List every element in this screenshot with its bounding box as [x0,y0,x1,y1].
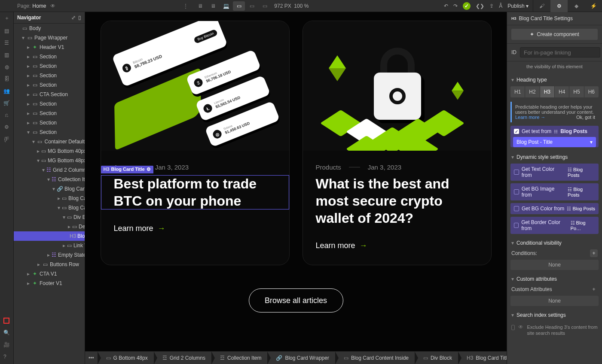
nav-item[interactable]: ▸▭CTA Section [14,90,85,99]
dynamic-style-section[interactable]: ▾Dynamic style settings [507,151,602,164]
create-component-button[interactable]: ✦Create component [511,29,598,40]
nav-item[interactable]: ▸▭Section [14,99,85,109]
variables-icon[interactable]: ◍ [5,64,9,70]
bp-tablet-landscape-icon[interactable]: ▭ [246,1,258,11]
preview-icon[interactable]: 👁 [50,3,55,9]
video-icon[interactable]: 🎥 [3,342,10,348]
blog-card[interactable]: ₿Bitcoin$8,798.23 USDBuy Bitcoin ΞEthere… [101,21,290,265]
nav-item[interactable]: H3Blog [14,231,85,241]
nav-item[interactable]: ▾▭Blog Card [14,203,85,212]
interactions-tab-icon[interactable]: ⚡ [585,0,602,12]
nav-item[interactable]: ▸▭Link Wr [14,241,85,250]
audit-icon[interactable]: Å [499,3,502,9]
breadcrumb-item[interactable]: ▭G Bottom 48px [98,352,154,364]
heading-type-h3[interactable]: H3 [540,86,555,97]
cms-icon[interactable]: 🗄 [4,76,9,82]
canvas-size[interactable]: 972 PX 100 % [274,3,309,9]
redo-icon[interactable]: ↷ [453,3,458,9]
heading-type-h4[interactable]: H4 [555,86,569,97]
ecommerce-icon[interactable]: 🛒 [3,100,10,106]
heading-type-section[interactable]: ▾Heading type [507,73,602,86]
bp-phone-landscape-icon[interactable]: ▭ [259,1,271,11]
dynamic-style-item[interactable]: Get Border Color from☷ Blog Po… [510,217,599,234]
add-condition-button[interactable]: + [590,249,598,257]
apps-icon[interactable]: ⚙ [4,124,9,130]
style-tab-icon[interactable]: 🖌 [533,0,550,12]
breadcrumb-more-icon[interactable]: ••• [85,355,98,361]
bp-desktop-xl-icon[interactable]: 🖥 [194,1,206,11]
users-icon[interactable]: 👥 [3,88,10,94]
add-attribute-button[interactable]: + [590,285,598,293]
dynamic-style-item[interactable]: Get BG Image from☷ Blog Posts [510,183,599,200]
nav-item[interactable]: ▾▭Container Default [14,137,85,146]
status-check-icon[interactable]: ✓ [463,2,471,10]
components-icon[interactable]: ▥ [4,52,9,58]
collapse-icon[interactable]: ⤢ [71,15,76,21]
canvas[interactable]: ₿Bitcoin$8,798.23 USDBuy Bitcoin ΞEthere… [85,12,507,351]
breadcrumb-item[interactable]: ▭Blog Card Content Inside [335,352,415,364]
checkbox[interactable] [514,170,519,175]
breadcrumb-item[interactable]: ☲Grid 2 Columns [154,352,211,364]
nav-item[interactable]: ▸▭Section [14,61,85,71]
learn-more-link[interactable]: Learn more→ [303,227,491,265]
nav-item[interactable]: ▸▭Buttons Row [14,260,85,269]
nav-item[interactable]: ▾🔗Blog Card W [14,184,85,194]
nav-item[interactable]: ▸▭Section [14,80,85,90]
page-name[interactable]: Home [32,3,46,9]
checkbox[interactable] [511,325,515,330]
nav-item[interactable]: ▸▭Detai [14,222,85,231]
conditional-visibility-section[interactable]: ▾Conditional visibility [507,237,602,249]
binding-field-select[interactable]: Blog Post - Title▾ [513,137,596,147]
style-manager-tab-icon[interactable]: ◆ [568,0,585,12]
nav-item[interactable]: ▾▭Section [14,127,85,137]
selection-label[interactable]: H3Blog Card Title ⚙ [101,166,153,173]
breadcrumb-item[interactable]: 🔗Blog Card Wrapper [267,352,335,364]
heading-type-h5[interactable]: H5 [569,86,584,97]
code-icon[interactable]: ❮❯ [476,3,484,9]
nav-item[interactable]: ▸☷Empty State [14,250,85,260]
nav-item[interactable]: ▸▭Section [14,52,85,61]
heading-type-h1[interactable]: H1 [510,86,525,97]
nav-item[interactable]: ▾▭Page Wrapper [14,33,85,42]
custom-attributes-section[interactable]: ▾Custom attributes [507,273,602,285]
bp-tablet-icon[interactable]: ▭ [233,1,245,11]
nav-item[interactable]: ▸✦CTA V1 [14,269,85,279]
nav-item[interactable]: ▾☷Grid 2 Columns [14,165,85,175]
binding-checkbox[interactable]: ✓ [514,129,519,134]
undo-icon[interactable]: ↶ [444,3,448,9]
nav-item[interactable]: ▸✦Header V1 [14,42,85,52]
nav-item[interactable]: ▸▭Section [14,118,85,127]
exclude-from-search-option[interactable]: 👁 Exclude Heading 3's content from site … [507,322,602,339]
learn-more-link[interactable]: Learn more → [515,115,545,120]
export-icon[interactable]: ⇪ [489,3,494,9]
browse-all-button[interactable]: Browse all articles [249,288,343,312]
publish-button[interactable]: Publish ▾ [507,3,529,9]
ok-got-it-button[interactable]: Ok, got it [576,115,595,120]
nav-item[interactable]: ▾▭Div Bloc [14,212,85,222]
dynamic-style-item[interactable]: Get Text Color from☷ Blog Posts [510,164,599,181]
nav-item[interactable]: ▸▭MG Bottom 40px [14,146,85,156]
checkbox[interactable] [514,189,519,194]
nav-item[interactable]: ▸▭Section [14,71,85,80]
nav-item[interactable]: ▭Body [14,24,85,33]
search-icon[interactable]: 🔍 [3,330,10,336]
nav-item[interactable]: ▸▭Section [14,109,85,118]
navigator-icon[interactable]: ☰ [4,40,9,46]
learn-more-link[interactable]: Learn more→ [101,209,289,248]
pin-icon[interactable]: ▯ [78,15,81,21]
settings-tab-icon[interactable]: ⚙ [550,0,568,12]
audit-square-icon[interactable] [3,318,9,324]
bp-desktop-icon[interactable]: 🖥 [207,1,219,11]
gear-icon[interactable]: ⚙ [147,167,151,173]
pages-icon[interactable]: ▤ [4,28,9,34]
add-element-icon[interactable]: ＋ [4,15,9,22]
logic-icon[interactable]: ⎌ [5,112,8,118]
breadcrumb-item[interactable]: ☲Collection Item [211,352,267,364]
help-icon[interactable]: ? [3,354,10,360]
font-icon[interactable]: {F [4,136,9,142]
navigator-tree[interactable]: ▭Body▾▭Page Wrapper▸✦Header V1▸▭Section▸… [14,24,85,364]
breadcrumb-item[interactable]: ▭Div Block [415,352,458,364]
blog-card[interactable]: Products Jan 3, 2023 What is the best an… [303,21,492,265]
heading-type-h2[interactable]: H2 [525,86,540,97]
nav-item[interactable]: ▾☷Collection Item [14,175,85,184]
